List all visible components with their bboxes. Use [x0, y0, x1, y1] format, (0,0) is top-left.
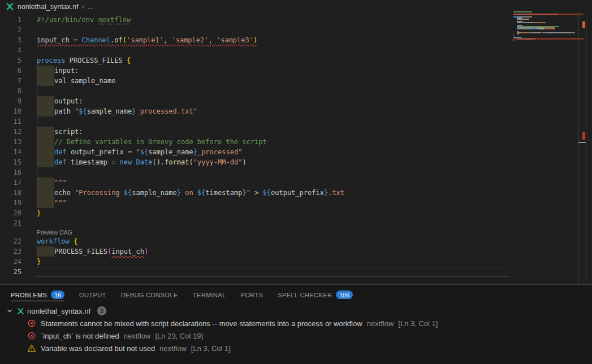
code-line-7[interactable]: 7val sample_name: [0, 76, 577, 86]
breadcrumb: nonlethal_syntax.nf › ...: [0, 0, 592, 13]
line-number[interactable]: 4: [0, 45, 21, 55]
tab-debug-console[interactable]: DEBUG CONSOLE: [121, 285, 178, 305]
minimap-line: [517, 22, 521, 23]
line-number[interactable]: 5: [0, 55, 21, 66]
code-token: ().: [152, 158, 165, 166]
minimap-error-marker: [513, 14, 584, 15]
code-token: output:: [54, 97, 83, 105]
line-number[interactable]: 12: [0, 127, 21, 137]
tab-ports[interactable]: PORTS: [241, 285, 263, 305]
minimap-line: [517, 33, 519, 34]
problem-row-1[interactable]: Statements cannot be mixed with script d…: [0, 317, 592, 330]
code-line-17[interactable]: 17""": [0, 177, 577, 188]
minimap-line: [521, 32, 530, 33]
line-number[interactable]: 1: [0, 15, 21, 25]
code-token: }: [177, 189, 181, 197]
code-line-22[interactable]: 22workflow {: [0, 236, 577, 246]
line-number[interactable]: 3: [0, 35, 21, 45]
line-number[interactable]: 8: [0, 86, 21, 96]
current-line-highlight: [36, 267, 510, 277]
code-line-20[interactable]: 20}: [0, 208, 577, 218]
code-token: ": [136, 148, 140, 156]
code-token: [132, 158, 136, 166]
code-line-23[interactable]: 23PROCESS_FILES(input_ch): [0, 246, 577, 257]
line-number[interactable]: 7: [0, 76, 21, 86]
line-number[interactable]: 17: [0, 177, 21, 188]
line-number[interactable]: 22: [0, 236, 21, 246]
tab-terminal[interactable]: TERMINAL: [193, 285, 226, 305]
code-line-6[interactable]: 6input:: [0, 66, 577, 76]
breadcrumb-ellipsis[interactable]: ...: [88, 3, 93, 11]
line-number[interactable]: 16: [0, 167, 21, 177]
line-number[interactable]: 19: [0, 198, 21, 208]
line-number[interactable]: 6: [0, 66, 21, 76]
code-line-19[interactable]: 19""": [0, 198, 577, 208]
code-line-24[interactable]: 24}: [0, 257, 577, 267]
tab-problems[interactable]: PROBLEMS 16: [11, 285, 64, 305]
code-token: ): [253, 36, 257, 44]
indent-guide: [37, 116, 54, 127]
indent-highlight: [37, 157, 54, 167]
code-editor[interactable]: 1#!/usr/bin/env nextflow23input_ch = Cha…: [0, 15, 577, 277]
code-token: path: [54, 107, 75, 115]
problem-message: Statements cannot be mixed with script d…: [41, 319, 362, 328]
code-line-16[interactable]: 16: [0, 167, 577, 177]
code-line-15[interactable]: 15def timestamp = new Date().format("yyy…: [0, 157, 577, 167]
chevron-down-icon[interactable]: [5, 306, 14, 315]
code-line-11[interactable]: 11: [0, 116, 577, 127]
minimap[interactable]: [513, 11, 584, 51]
ruler-error-marker-bottom: [582, 132, 585, 140]
code-line-2[interactable]: 2: [0, 25, 577, 35]
line-number[interactable]: 11: [0, 116, 21, 127]
line-number[interactable]: 25: [0, 267, 21, 277]
tab-output[interactable]: OUTPUT: [79, 285, 106, 305]
code-lens-preview-dag[interactable]: Preview DAG: [37, 228, 577, 236]
problem-row-2[interactable]: `input_ch` is not defined nextflow [Ln 2…: [0, 330, 592, 342]
code-line-8[interactable]: 8: [0, 86, 577, 96]
line-number[interactable]: 21: [0, 218, 21, 228]
code-line-4[interactable]: 4: [0, 45, 577, 55]
code-line-5[interactable]: 5process PROCESS_FILES {: [0, 55, 577, 66]
code-token: val sample_name: [54, 77, 115, 85]
code-line-25[interactable]: 25: [0, 267, 577, 277]
problems-file-row[interactable]: nonlethal_syntax.nf 3: [0, 305, 592, 317]
minimap-line: [533, 32, 542, 33]
code-line-9[interactable]: 9output:: [0, 96, 577, 106]
tab-spell-checker[interactable]: SPELL CHECKER 106: [278, 285, 352, 305]
overview-ruler[interactable]: [578, 12, 586, 284]
line-number[interactable]: 13: [0, 137, 21, 147]
line-number[interactable]: 18: [0, 188, 21, 198]
nextflow-file-icon: [17, 307, 24, 315]
code-line-14[interactable]: 14def output_prefix = "${sample_name}_pr…: [0, 147, 577, 157]
indent-guide: [37, 167, 54, 177]
tab-label: SPELL CHECKER: [278, 292, 332, 298]
code-line-12[interactable]: 12script:: [0, 127, 577, 137]
code-token: ${: [140, 148, 148, 156]
code-line-3[interactable]: 3input_ch = Channel.of('sample1', 'sampl…: [0, 35, 577, 45]
line-number[interactable]: 24: [0, 257, 21, 267]
line-number[interactable]: 23: [0, 246, 21, 257]
tab-label: PROBLEMS: [11, 292, 47, 298]
code-line-13[interactable]: 13// Define variables in Groovy code bef…: [0, 137, 577, 147]
problem-location: [Ln 3, Col 1]: [398, 319, 438, 328]
code-line-1[interactable]: 1#!/usr/bin/env nextflow: [0, 15, 577, 25]
code-line-21[interactable]: 21: [0, 218, 577, 228]
line-number[interactable]: 20: [0, 208, 21, 218]
line-number[interactable]: 14: [0, 147, 21, 157]
error-icon: [27, 331, 36, 340]
breadcrumb-file[interactable]: nonlethal_syntax.nf: [18, 3, 79, 11]
problem-row-3[interactable]: Variable was declared but not used nextf…: [0, 342, 592, 354]
line-number[interactable]: 9: [0, 96, 21, 106]
code-line-10[interactable]: 10path "${sample_name}_processed.txt": [0, 106, 577, 116]
code-token: }: [37, 209, 41, 217]
code-token: on: [181, 189, 197, 197]
line-number[interactable]: 10: [0, 106, 21, 116]
minimap-line: [531, 16, 532, 18]
code-line-18[interactable]: 18echo "Processing ${sample_name} on ${t…: [0, 188, 577, 198]
minimap-line: [533, 22, 546, 23]
line-number[interactable]: 15: [0, 157, 21, 167]
panel-tab-bar: PROBLEMS 16 OUTPUT DEBUG CONSOLE TERMINA…: [0, 285, 592, 305]
indent-highlight: [37, 137, 54, 147]
line-number[interactable]: 2: [0, 25, 21, 35]
code-token: sample_name: [148, 148, 193, 156]
